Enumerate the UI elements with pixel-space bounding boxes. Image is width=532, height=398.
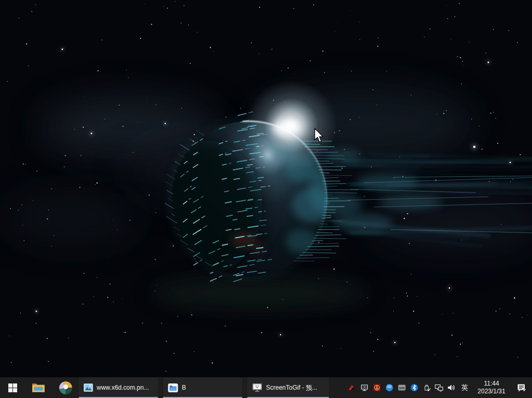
svg-text:vm: vm bbox=[399, 386, 405, 390]
action-center-icon bbox=[516, 383, 527, 392]
tray-vmware-icon[interactable]: vm bbox=[395, 377, 408, 398]
taskbar-window-label: ScreenToGif - 预... bbox=[266, 383, 317, 392]
display-utility-icon bbox=[360, 383, 369, 392]
clock-date: 2023/1/31 bbox=[472, 388, 511, 395]
taskbar-browser[interactable] bbox=[52, 377, 79, 398]
windows-logo-icon bbox=[8, 383, 17, 392]
red-seal-icon bbox=[373, 383, 381, 392]
red-wing-icon bbox=[348, 383, 356, 392]
tray-network-icon[interactable] bbox=[433, 377, 445, 398]
taskbar-window-label: B bbox=[182, 384, 186, 391]
usb-safely-remove-icon bbox=[422, 383, 431, 392]
desktop: www.x6d.com.pn... B ScreenToGif - bbox=[0, 0, 532, 398]
tray-bluetooth-icon[interactable] bbox=[408, 377, 420, 398]
clock-time: 11:44 bbox=[472, 380, 511, 388]
tray-red-seal-icon[interactable] bbox=[370, 377, 383, 398]
ime-language-indicator[interactable]: 英 bbox=[458, 382, 472, 393]
tray-volume-icon[interactable] bbox=[445, 377, 458, 398]
wired-network-icon bbox=[434, 383, 444, 392]
taskbar: www.x6d.com.pn... B ScreenToGif - bbox=[0, 377, 532, 398]
vmware-icon: vm bbox=[397, 383, 406, 392]
system-tray: vm bbox=[345, 377, 532, 398]
taskbar-window-image-viewer[interactable]: www.x6d.com.pn... bbox=[79, 377, 158, 398]
wallpaper-space-planet bbox=[0, 0, 532, 398]
taskbar-window-label: www.x6d.com.pn... bbox=[97, 384, 149, 391]
screentogif-monitor-icon bbox=[252, 383, 262, 392]
blue-disc-icon bbox=[385, 383, 394, 392]
taskbar-clock[interactable]: 11:44 2023/1/31 bbox=[472, 380, 511, 395]
tray-usb-icon[interactable] bbox=[420, 377, 433, 398]
bluetooth-icon bbox=[410, 383, 419, 392]
volume-icon bbox=[447, 383, 456, 392]
taskbar-window-screentogif[interactable]: ScreenToGif - 预... bbox=[247, 377, 329, 398]
tray-display-utility-icon[interactable] bbox=[358, 377, 370, 398]
file-explorer-icon bbox=[32, 382, 45, 393]
tray-blue-disc-icon[interactable] bbox=[383, 377, 395, 398]
browser-swirl-icon bbox=[59, 381, 72, 394]
start-button[interactable] bbox=[0, 377, 25, 398]
taskbar-window-folder-b[interactable]: B bbox=[163, 377, 242, 398]
action-center-button[interactable] bbox=[511, 377, 532, 398]
image-viewer-icon bbox=[84, 383, 93, 392]
blue-folder-icon bbox=[168, 383, 178, 393]
taskbar-file-explorer[interactable] bbox=[25, 377, 52, 398]
tray-red-wing-icon[interactable] bbox=[345, 377, 358, 398]
